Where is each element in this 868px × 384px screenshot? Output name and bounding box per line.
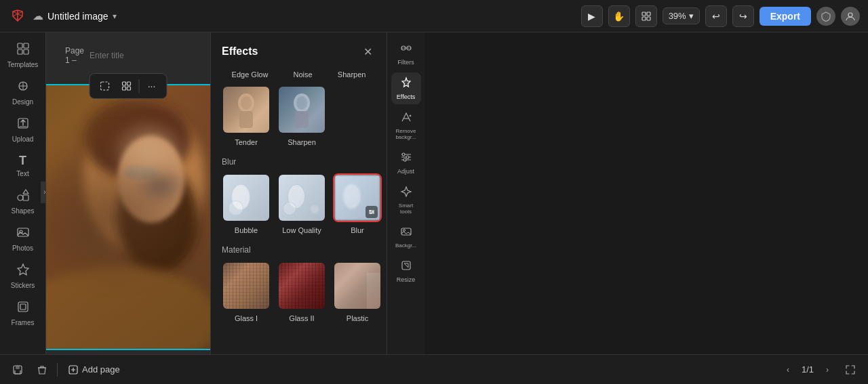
blur-thumb xyxy=(333,173,382,222)
svg-rect-1 xyxy=(647,12,650,16)
sidebar-item-templates[interactable]: Templates xyxy=(4,38,42,72)
low-quality-thumb xyxy=(277,173,326,222)
page-title-input[interactable] xyxy=(90,51,191,60)
svg-point-40 xyxy=(402,153,405,156)
effect-item-tender[interactable]: Tender xyxy=(222,85,271,146)
sidebar-item-shapes[interactable]: Shapes xyxy=(4,184,42,219)
material-effects-grid: Glass I Glass II xyxy=(222,261,376,322)
app-logo[interactable] xyxy=(8,7,27,26)
export-button[interactable]: Export xyxy=(760,7,811,26)
panel-title: Effects xyxy=(222,45,258,58)
bottom-bar: Add page ‹ 1/1 › xyxy=(0,354,868,384)
expand-view-button[interactable] xyxy=(841,360,860,379)
upload-icon xyxy=(16,116,30,133)
svg-rect-20 xyxy=(123,87,126,90)
canvas-grid-tool[interactable] xyxy=(117,77,136,95)
redo-button[interactable]: ↪ xyxy=(732,5,754,27)
add-page-button[interactable]: Add page xyxy=(63,362,125,377)
play-button[interactable]: ▶ xyxy=(581,5,603,27)
svg-point-44 xyxy=(403,230,405,232)
frames-icon xyxy=(16,300,30,317)
tender-label: Tender xyxy=(235,138,258,146)
svg-point-25 xyxy=(117,166,198,273)
sidebar-item-upload[interactable]: Upload xyxy=(4,112,42,147)
svg-point-27 xyxy=(124,166,157,179)
svg-rect-3 xyxy=(647,17,650,20)
layout-button[interactable] xyxy=(635,5,657,27)
adjust-label: Adjust xyxy=(397,168,414,175)
delete-page-button[interactable] xyxy=(33,360,52,379)
svg-rect-21 xyxy=(127,87,131,90)
sidebar-item-design[interactable]: Design xyxy=(4,75,42,110)
effects-icon xyxy=(400,77,412,91)
panel-header: Effects ✕ xyxy=(222,43,376,60)
effect-item-glass1[interactable]: Glass I xyxy=(222,261,271,322)
title-chevron[interactable]: ▾ xyxy=(113,12,117,21)
glass2-label: Glass II xyxy=(289,314,314,322)
svg-point-11 xyxy=(18,195,23,200)
bubble-label: Bubble xyxy=(235,226,258,234)
save-page-button[interactable] xyxy=(8,360,27,379)
main-area: Templates Design Upload T T xyxy=(0,33,868,354)
text-icon: T xyxy=(19,154,26,168)
shield-icon[interactable] xyxy=(816,7,835,26)
noise-label: Noise xyxy=(294,70,313,79)
canvas-toolbar: ··· xyxy=(90,73,167,99)
page-label: Page 1 – xyxy=(65,46,84,65)
canvas-frame[interactable] xyxy=(46,84,210,350)
canvas-select-tool[interactable] xyxy=(96,77,115,95)
hand-tool-button[interactable]: ✋ xyxy=(608,5,630,27)
sidebar-item-text[interactable]: T Text xyxy=(4,150,42,182)
svg-rect-12 xyxy=(23,195,28,200)
svg-point-23 xyxy=(83,106,204,253)
effect-item-bubble[interactable]: Bubble xyxy=(222,173,271,234)
blur-adjust-icon xyxy=(366,206,378,218)
rail-item-effects[interactable]: Effects xyxy=(391,72,421,104)
svg-point-36 xyxy=(372,211,374,213)
user-avatar[interactable] xyxy=(841,7,860,26)
text-label: Text xyxy=(16,170,28,177)
design-label: Design xyxy=(12,98,33,106)
svg-point-26 xyxy=(117,135,184,223)
svg-point-28 xyxy=(46,266,210,349)
filters-label: Filters xyxy=(397,59,414,66)
svg-rect-2 xyxy=(642,17,646,20)
filters-icon xyxy=(400,42,412,57)
rail-item-smart-tools[interactable]: Smart tools xyxy=(391,182,421,219)
sidebar-item-photos[interactable]: Photos xyxy=(4,221,42,256)
rail-item-adjust[interactable]: Adjust xyxy=(391,147,421,179)
adjust-icon xyxy=(400,151,412,166)
glass1-label: Glass I xyxy=(235,314,258,322)
canvas-more-btn[interactable]: ··· xyxy=(142,77,161,95)
smart-tools-icon xyxy=(400,186,412,200)
save-cloud-icon: ☁ xyxy=(33,9,43,22)
prev-page-button[interactable]: ‹ xyxy=(780,362,796,378)
topbar-center-controls: ▶ ✋ 39% ▾ ↩ ↪ xyxy=(581,5,754,27)
rail-item-remove-bg[interactable]: Remove backgr... xyxy=(391,107,421,144)
blur-effects-grid: Bubble Low Quality xyxy=(222,173,376,234)
sidebar-item-stickers[interactable]: Stickers xyxy=(4,259,42,293)
effect-item-plastic[interactable]: Plastic xyxy=(333,261,382,322)
svg-rect-13 xyxy=(18,228,28,236)
effect-item-low-quality[interactable]: Low Quality xyxy=(277,173,326,234)
rail-item-filters[interactable]: Filters xyxy=(391,38,421,70)
resize-label: Resize xyxy=(397,276,416,283)
plastic-thumb xyxy=(333,261,382,310)
effect-item-glass2[interactable]: Glass II xyxy=(277,261,326,322)
rail-item-resize[interactable]: Resize xyxy=(391,255,421,287)
effect-item-sharpen[interactable]: Sharpen xyxy=(277,85,326,146)
rail-item-background[interactable]: Backgr... xyxy=(391,221,421,253)
zoom-control[interactable]: 39% ▾ xyxy=(663,7,700,24)
document-title[interactable]: Untitled image xyxy=(47,11,108,22)
effect-item-blur[interactable]: Blur xyxy=(333,173,382,234)
panel-close-button[interactable]: ✕ xyxy=(359,43,376,60)
blur-section-title: Blur xyxy=(222,157,376,167)
zoom-chevron: ▾ xyxy=(689,11,694,21)
svg-point-33 xyxy=(296,96,307,110)
sidebar-item-frames[interactable]: Frames xyxy=(4,296,42,330)
canvas-image xyxy=(46,85,210,349)
undo-button[interactable]: ↩ xyxy=(705,5,727,27)
edge-glow-label: Edge Glow xyxy=(232,70,269,79)
glass2-thumb xyxy=(277,261,326,310)
next-page-button[interactable]: › xyxy=(819,362,835,378)
